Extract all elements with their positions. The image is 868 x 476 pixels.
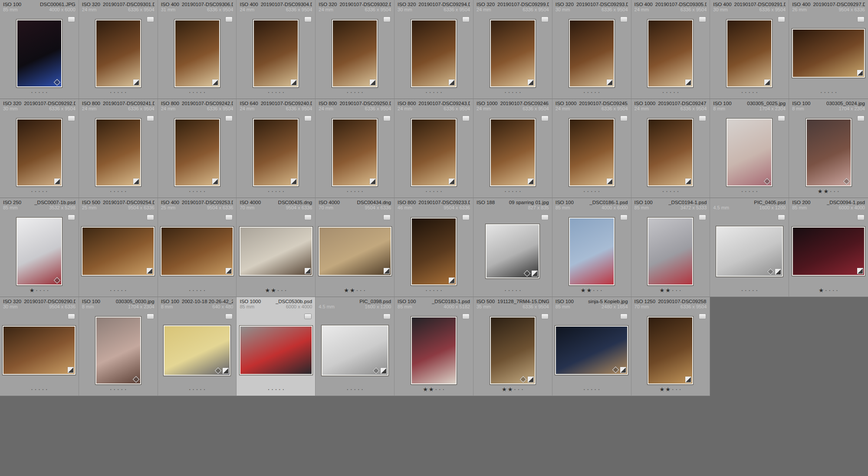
star-filled-icon[interactable]: ★ — [818, 188, 823, 195]
thumbnail-badge-icon[interactable] — [383, 116, 391, 121]
rating-stars[interactable]: ••••• — [158, 187, 237, 196]
rating-stars[interactable]: ••••• — [552, 88, 631, 97]
rating-stars[interactable]: ••••• — [158, 286, 237, 295]
photo-thumbnail[interactable] — [716, 226, 783, 277]
grid-cell[interactable]: ISO 40020190107-DSC09253.DNG25 mm9504 x … — [158, 198, 237, 297]
star-empty-dot-icon[interactable]: • — [598, 388, 599, 391]
star-empty-dot-icon[interactable]: • — [47, 289, 48, 292]
adjustments-badge-icon[interactable] — [370, 79, 376, 86]
grid-cell[interactable]: ISO 4000DSC00435.dng70 mm9504 x 6336★★••… — [237, 198, 316, 297]
thumbnail-badge-icon[interactable] — [304, 116, 312, 121]
thumbnail-badge-icon[interactable] — [541, 17, 549, 22]
star-empty-dot-icon[interactable]: • — [745, 190, 746, 193]
thumbnail-badge-icon[interactable] — [541, 215, 549, 220]
adjustments-badge-icon[interactable] — [607, 178, 613, 185]
adjustments-badge-icon[interactable] — [133, 178, 139, 185]
adjustments-badge-icon[interactable] — [528, 377, 534, 383]
keywords-badge-icon[interactable] — [843, 178, 850, 185]
star-empty-dot-icon[interactable]: • — [279, 388, 280, 391]
photo-thumbnail[interactable] — [569, 20, 615, 87]
star-empty-dot-icon[interactable]: • — [121, 289, 122, 292]
rating-stars[interactable]: ••••• — [79, 88, 158, 97]
star-empty-dot-icon[interactable]: • — [676, 289, 677, 292]
grid-cell[interactable]: ISO 32020190107-DSC09292.DNG30 mm6336 x … — [0, 99, 79, 198]
thumbnail-badge-icon[interactable] — [147, 17, 154, 22]
star-empty-dot-icon[interactable]: • — [362, 190, 362, 193]
rating-stars[interactable]: ••••• — [552, 187, 631, 196]
star-empty-dot-icon[interactable]: • — [364, 289, 365, 292]
star-filled-icon[interactable]: ★ — [823, 188, 829, 195]
star-empty-dot-icon[interactable]: • — [756, 190, 757, 193]
star-empty-dot-icon[interactable]: • — [193, 388, 194, 391]
star-empty-dot-icon[interactable]: • — [749, 190, 750, 193]
star-empty-dot-icon[interactable]: • — [512, 91, 513, 94]
rating-stars[interactable]: ★★••• — [789, 187, 868, 196]
star-empty-dot-icon[interactable]: • — [674, 91, 674, 94]
grid-cell[interactable]: ISO 32020190107-DSC09293.DNG30 mm6336 x … — [552, 0, 631, 99]
star-empty-dot-icon[interactable]: • — [430, 190, 431, 193]
photo-thumbnail[interactable] — [164, 325, 230, 376]
star-empty-dot-icon[interactable]: • — [272, 388, 273, 391]
adjustments-badge-icon[interactable] — [381, 368, 387, 374]
star-filled-icon[interactable]: ★ — [660, 287, 665, 294]
thumbnail-badge-icon[interactable] — [857, 116, 865, 121]
grid-cell[interactable]: ISO 100030305_0030.jpg8 mm1704 x 2304•••… — [79, 297, 158, 396]
star-empty-dot-icon[interactable]: • — [204, 289, 205, 292]
photo-thumbnail[interactable] — [648, 119, 693, 186]
star-filled-icon[interactable]: ★ — [429, 386, 434, 393]
grid-cell[interactable]: ISO 40020190107-DSC09291.DNG30 mm6336 x … — [710, 0, 789, 99]
photo-thumbnail[interactable] — [322, 325, 388, 376]
star-empty-dot-icon[interactable]: • — [835, 91, 836, 94]
photo-thumbnail[interactable] — [16, 20, 62, 87]
star-empty-dot-icon[interactable]: • — [31, 91, 32, 94]
star-empty-dot-icon[interactable]: • — [670, 91, 671, 94]
star-empty-dot-icon[interactable]: • — [43, 91, 43, 94]
rating-stars[interactable]: ••••• — [0, 385, 79, 394]
star-empty-dot-icon[interactable]: • — [114, 388, 115, 391]
star-empty-dot-icon[interactable]: • — [268, 190, 269, 193]
star-empty-dot-icon[interactable]: • — [825, 289, 826, 292]
star-empty-dot-icon[interactable]: • — [745, 289, 746, 292]
star-empty-dot-icon[interactable]: • — [663, 190, 664, 193]
rating-stars[interactable]: ★★••• — [395, 385, 473, 394]
star-empty-dot-icon[interactable]: • — [114, 289, 115, 292]
thumbnail-badge-icon[interactable] — [383, 314, 391, 319]
star-filled-icon[interactable]: ★ — [350, 287, 355, 294]
star-empty-dot-icon[interactable]: • — [742, 91, 743, 94]
star-empty-dot-icon[interactable]: • — [680, 289, 681, 292]
star-empty-dot-icon[interactable]: • — [362, 388, 362, 391]
adjustments-badge-icon[interactable] — [620, 367, 626, 373]
thumbnail-badge-icon[interactable] — [620, 215, 628, 220]
star-filled-icon[interactable]: ★ — [344, 287, 349, 294]
star-empty-dot-icon[interactable]: • — [587, 91, 588, 94]
star-empty-dot-icon[interactable]: • — [200, 190, 201, 193]
star-empty-dot-icon[interactable]: • — [197, 190, 197, 193]
star-empty-dot-icon[interactable]: • — [46, 190, 47, 193]
star-empty-dot-icon[interactable]: • — [426, 91, 427, 94]
star-empty-dot-icon[interactable]: • — [749, 91, 750, 94]
photo-thumbnail[interactable] — [16, 119, 62, 186]
grid-cell[interactable]: ISO 100sinja-5 Kopieb.jpg85 mm2480 x 165… — [552, 297, 631, 396]
thumbnail-badge-icon[interactable] — [462, 116, 470, 121]
keywords-badge-icon[interactable] — [764, 178, 771, 185]
adjustments-badge-icon[interactable] — [384, 268, 390, 274]
star-empty-dot-icon[interactable]: • — [110, 91, 111, 94]
grid-cell[interactable]: ISO 32020190107-DSC09290.DNG30 mm9504 x … — [0, 297, 79, 396]
star-empty-dot-icon[interactable]: • — [118, 289, 118, 292]
star-empty-dot-icon[interactable]: • — [677, 190, 678, 193]
rating-stars[interactable]: ••••• — [158, 385, 237, 394]
photo-thumbnail[interactable] — [319, 227, 391, 276]
star-empty-dot-icon[interactable]: • — [441, 91, 441, 94]
photo-thumbnail[interactable] — [486, 224, 539, 278]
star-empty-dot-icon[interactable]: • — [46, 91, 47, 94]
star-empty-dot-icon[interactable]: • — [509, 289, 510, 292]
adjustments-badge-icon[interactable] — [291, 79, 297, 86]
thumbnail-badge-icon[interactable] — [304, 314, 312, 319]
star-empty-dot-icon[interactable]: • — [114, 190, 115, 193]
thumbnail-badge-icon[interactable] — [699, 116, 706, 121]
keywords-badge-icon[interactable] — [524, 270, 531, 277]
star-empty-dot-icon[interactable]: • — [680, 388, 681, 391]
thumbnail-badge-icon[interactable] — [304, 17, 312, 22]
star-empty-dot-icon[interactable]: • — [591, 388, 592, 391]
star-empty-dot-icon[interactable]: • — [430, 289, 431, 292]
